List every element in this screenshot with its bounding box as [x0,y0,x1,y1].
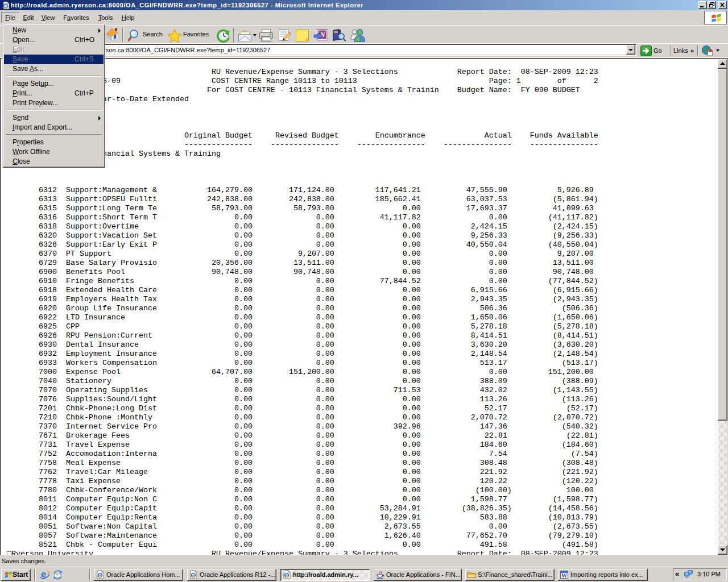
svg-text:W: W [561,572,568,579]
svg-text:N: N [320,31,326,39]
